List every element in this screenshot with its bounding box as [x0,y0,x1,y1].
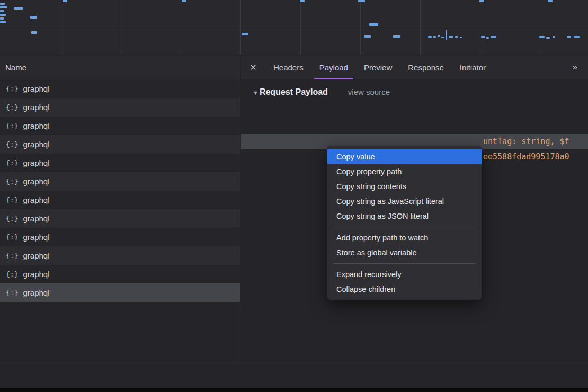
request-timing-bar [364,35,371,38]
detail-tabs: HeadersPayloadPreviewResponseInitiator [265,56,494,79]
request-name: graphql [23,233,49,242]
tab-initiator[interactable]: Initiator [452,56,494,79]
json-braces-icon: {:} [6,252,18,260]
json-braces-icon: {:} [6,289,18,297]
request-row[interactable]: {:}graphql [0,135,240,154]
request-name: graphql [23,84,49,93]
request-row[interactable]: {:}graphql [0,154,240,172]
request-name: graphql [23,103,49,112]
request-timing-bar [0,3,5,5]
request-timing-bar [491,36,496,38]
request-timing-bar [455,36,458,38]
timeline-gridline [0,28,588,28]
tab-preview[interactable]: Preview [356,56,400,79]
menu-item-collapse-children[interactable]: Collapse children [327,282,482,297]
context-menu: Copy valueCopy property pathCopy string … [327,146,482,300]
request-timing-bar [0,6,7,8]
request-row[interactable]: {:}graphql [0,265,240,283]
request-timing-bar [553,36,555,38]
menu-item-expand-recursively[interactable]: Expand recursively [327,267,482,282]
request-timing-bar [393,35,400,38]
request-timing-bar [0,14,6,16]
request-row[interactable]: {:}graphql [0,246,240,265]
collapse-triangle-icon: ▼ [253,90,259,96]
request-name: graphql [23,214,49,223]
request-timing-bar [481,36,485,38]
request-timing-bar [0,17,4,20]
more-tabs-button[interactable]: » [573,62,588,73]
request-timing-bar [486,37,489,39]
request-timing-bar [242,33,248,35]
property-value-right: untTag: string, $f [483,134,569,149]
request-timing-bar [574,36,580,38]
payload-root-row[interactable]: ▼{operationName: "ipFlowTimeseries", var… [241,103,588,119]
json-braces-icon: {:} [6,85,18,93]
tab-response[interactable]: Response [400,56,452,79]
request-row[interactable]: {:}graphql [0,172,240,191]
request-name: graphql [23,270,49,279]
tab-payload[interactable]: Payload [311,56,356,79]
request-name: graphql [23,177,49,186]
request-timing-bar [0,21,6,23]
request-row[interactable]: {:}graphql [0,117,240,135]
request-name: graphql [23,195,49,204]
close-detail-button[interactable]: ✕ [241,63,265,73]
menu-item-copy-string-contents[interactable]: Copy string contents [327,179,482,194]
request-timing-bar [300,0,305,2]
request-timing-bar [428,36,432,38]
request-row[interactable]: {:}graphql [0,191,240,209]
request-timing-bar [433,36,436,38]
menu-item-store-as-global-variable[interactable]: Store as global variable [327,245,482,260]
menu-item-copy-string-as-javascript-literal[interactable]: Copy string as JavaScript literal [327,194,482,209]
request-name: graphql [23,251,49,260]
json-braces-icon: {:} [6,233,18,241]
json-braces-icon: {:} [6,196,18,204]
tab-headers[interactable]: Headers [265,56,311,79]
request-timing-bar [358,0,365,2]
request-name: graphql [23,140,49,149]
json-braces-icon: {:} [6,103,18,111]
request-row[interactable]: {:}graphql [0,209,240,228]
request-list: {:}graphql{:}graphql{:}graphql{:}graphql… [0,79,240,302]
request-row[interactable]: {:}graphql [0,98,240,117]
request-timing-bar [479,0,484,2]
request-timing-bar [567,36,571,38]
payload-row-operationname[interactable]: operationName: "ipFlowTimeseries" [241,119,588,134]
request-row[interactable]: {:}graphql [0,228,240,246]
request-row[interactable]: {:}graphql [0,283,240,302]
request-timing-bar [369,23,378,26]
section-title: Request Payload [260,87,328,97]
menu-item-copy-string-as-json-literal[interactable]: Copy string as JSON literal [327,209,482,224]
json-braces-icon: {:} [6,122,18,130]
request-row[interactable]: {:}graphql [0,79,240,98]
request-timing-bar [438,35,440,37]
request-timing-bar [546,37,550,39]
request-timing-bar [63,0,67,2]
json-braces-icon: {:} [6,215,18,222]
request-name: graphql [23,158,49,167]
request-payload-section-header[interactable]: ▼ Request Payload view source [241,87,588,97]
menu-divider [333,227,476,227]
name-column-header[interactable]: Name [0,56,240,79]
requests-panel: Name {:}graphql{:}graphql{:}graphql{:}gr… [0,56,240,362]
detail-tab-bar: ✕ HeadersPayloadPreviewResponseInitiator… [241,56,588,79]
request-timing-bar [14,7,23,10]
menu-item-copy-property-path[interactable]: Copy property path [327,164,482,179]
request-timing-bar [460,37,462,38]
json-braces-icon: {:} [6,140,18,148]
json-braces-icon: {:} [6,270,18,278]
json-braces-icon: {:} [6,159,18,167]
request-timing-bar [446,30,447,40]
request-name: graphql [23,121,49,130]
menu-item-add-property-path-to-watch[interactable]: Add property path to watch [327,230,482,245]
network-overview-timeline[interactable] [0,0,588,55]
view-source-link[interactable]: view source [348,87,390,96]
menu-item-copy-value[interactable]: Copy value [327,149,482,164]
request-timing-bar [182,0,186,2]
window-bottom-edge [0,388,588,392]
name-column-label: Name [5,63,26,72]
request-timing-bar [31,31,37,34]
json-braces-icon: {:} [6,177,18,185]
devtools-window: Name {:}graphql{:}graphql{:}graphql{:}gr… [0,0,588,392]
request-timing-bar [30,16,37,19]
